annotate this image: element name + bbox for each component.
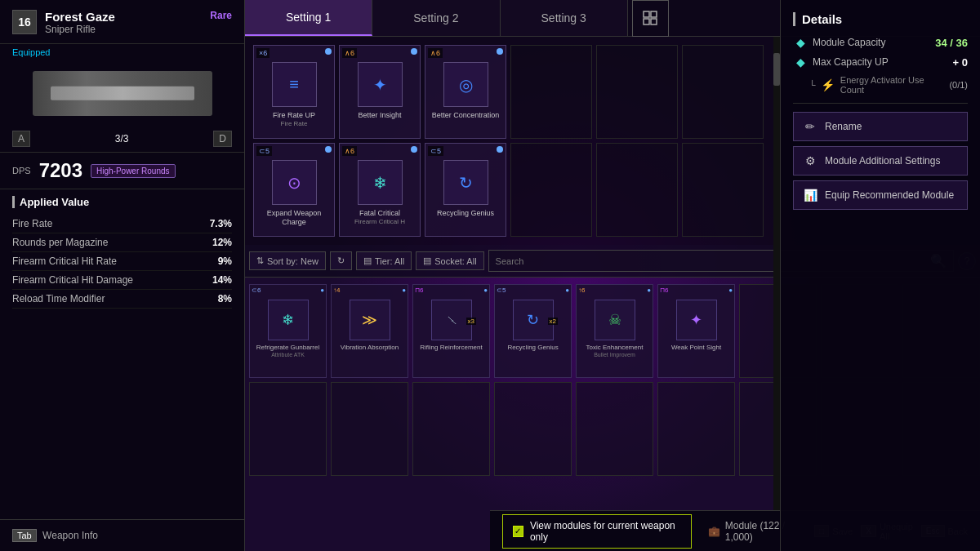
stat-value: 8%: [218, 293, 232, 304]
tab-grid-button[interactable]: [632, 0, 669, 37]
weapon-type: Sniper Rifle: [45, 24, 202, 35]
module-icon: ↻: [459, 173, 473, 193]
module-icon-area: ↻: [443, 160, 488, 205]
equipped-module-slot[interactable]: [682, 143, 764, 237]
weapon-info: Forest Gaze Sniper Rifle: [45, 10, 202, 35]
equipped-module-slot[interactable]: [682, 45, 764, 139]
lm-name: Recycling Genius: [507, 344, 558, 352]
module-icon: ❄: [373, 173, 387, 193]
tab-setting3[interactable]: Setting 3: [501, 0, 628, 36]
list-module-slot[interactable]: ↑6 ● ☠ Toxic Enhancement Bullet Improvem: [576, 284, 653, 378]
dps-bar: DPS 7203 High-Power Rounds: [0, 153, 244, 189]
max-capacity-icon: ◆: [793, 56, 808, 69]
lm-dot: ●: [483, 287, 488, 294]
lm-icon-symbol: ↻: [527, 311, 539, 329]
socket-label: Socket: All: [434, 256, 476, 266]
stat-value: 7.3%: [210, 218, 232, 229]
energy-row: └ ⚡ Energy Activator Use Count (0/1): [793, 75, 968, 95]
equipped-module-slot[interactable]: [510, 45, 592, 139]
right-panel: Details ◆ Module Capacity 34 / 36 ◆ Max …: [780, 0, 980, 551]
energy-icon: ⚡: [821, 78, 835, 91]
slot-count: 3/3: [37, 133, 207, 144]
stats-container: Fire Rate7.3%Rounds per Magazine12%Firea…: [12, 215, 232, 309]
svg-rect-3: [651, 19, 657, 24]
lm-dot: ●: [402, 287, 406, 294]
module-name: Fire Rate UP: [273, 111, 315, 120]
max-capacity-value: + 0: [953, 56, 968, 69]
list-module-slot[interactable]: ⊂6 ● ❄ Refrigerate Gunbarrel Attribute A…: [249, 284, 327, 378]
equip-recommended-label: Equip Recommended Module: [825, 189, 954, 201]
module-sub: Fire Rate: [281, 120, 308, 127]
equip-recommended-button[interactable]: 📊 Equip Recommended Module: [793, 180, 968, 210]
lm-tier: ↑4: [333, 287, 340, 294]
equipped-module-slot[interactable]: ∧6 ◎ Better Concentration: [425, 45, 506, 139]
equipped-module-slot[interactable]: ∧6 ✦ Better Insight: [339, 45, 421, 139]
lm-icon-symbol: ⟍: [444, 312, 459, 329]
list-module-slot[interactable]: [249, 382, 327, 476]
stat-name: Rounds per Magazine: [12, 237, 108, 248]
tab-setting1[interactable]: Setting 1: [245, 0, 372, 36]
equipped-module-slot[interactable]: [596, 45, 678, 139]
lm-icon: ☠: [595, 300, 635, 340]
module-equipped-dot: [411, 146, 417, 153]
stat-name: Reload Time Modifier: [12, 293, 105, 304]
list-module-slot[interactable]: [331, 382, 408, 476]
tab-setting2[interactable]: Setting 2: [372, 0, 500, 36]
tab-key: Tab: [12, 529, 37, 542]
equipped-module-slot[interactable]: ∧6 ❄ Fatal Critical Firearm Critical H: [339, 143, 421, 237]
socket-icon: ▤: [423, 256, 431, 266]
module-icon-area: ≡: [272, 62, 317, 107]
refresh-icon: ↻: [337, 256, 345, 266]
applied-value-section: Applied Value Fire Rate7.3%Rounds per Ma…: [0, 189, 244, 313]
svg-rect-2: [644, 19, 649, 24]
rename-button[interactable]: ✏ Rename: [793, 112, 968, 141]
module-capacity-value: 34 / 36: [935, 37, 968, 49]
sort-button[interactable]: ⇅ Sort by: New: [249, 251, 326, 270]
equipped-module-slot[interactable]: [596, 143, 678, 237]
module-icon-area: ◎: [443, 62, 488, 107]
tier-filter-button[interactable]: ▤ Tier: All: [356, 251, 412, 270]
list-module-slot[interactable]: [412, 382, 490, 476]
stat-row: Firearm Critical Hit Damage14%: [12, 271, 232, 290]
list-module-slot[interactable]: ⊓6 ● ⟍ x3 Rifling Reinforcement: [412, 284, 490, 378]
module-equipped-dot: [411, 48, 417, 55]
lm-icon-symbol: ☠: [608, 311, 621, 329]
sort-label: Sort by: New: [267, 256, 318, 266]
module-tier: ×6: [256, 48, 270, 58]
equipped-module-slot[interactable]: ⊂5 ⊙ Expand Weapon Charge: [253, 143, 335, 237]
lm-name: Toxic Enhancement: [586, 344, 644, 352]
additional-settings-label: Module Additional Settings: [825, 155, 940, 167]
svg-rect-1: [651, 11, 657, 17]
details-title: Details: [793, 12, 968, 26]
view-current-weapon-checkbox[interactable]: ✓ View modules for current weapon only: [502, 514, 692, 549]
list-module-slot[interactable]: [494, 382, 572, 476]
list-module-slot[interactable]: [657, 382, 735, 476]
equipped-module-slot[interactable]: ⊂5 ↻ Recycling Genius: [425, 143, 506, 237]
weapon-info-tab[interactable]: Tab Weapon Info: [0, 519, 245, 551]
list-module-slot[interactable]: ⊂5 ● ↻ x2 Recycling Genius: [494, 284, 572, 378]
equipped-module-slot[interactable]: [510, 143, 592, 237]
stat-value: 9%: [218, 256, 232, 267]
slot-label-a: A: [12, 131, 30, 147]
left-panel: 16 Forest Gaze Sniper Rifle Rare Equippe…: [0, 0, 245, 551]
scroll-thumb: [773, 53, 780, 86]
scroll-bar[interactable]: [773, 37, 780, 510]
module-icon: ◎: [459, 75, 473, 95]
weapon-image-area: [0, 60, 244, 126]
lm-tier: ⊂6: [252, 287, 261, 294]
stat-name: Firearm Critical Hit Rate: [12, 256, 117, 267]
module-name: Better Concentration: [432, 111, 500, 120]
list-module-slot[interactable]: [576, 382, 653, 476]
lm-icon: ✦: [676, 300, 717, 340]
module-equipped-dot: [325, 48, 332, 55]
equipped-module-slot[interactable]: ×6 ≡ Fire Rate UP Fire Rate: [253, 45, 335, 139]
energy-value: (0/1): [949, 80, 968, 90]
module-capacity-row: ◆ Module Capacity 34 / 36: [793, 36, 968, 49]
additional-settings-button[interactable]: ⚙ Module Additional Settings: [793, 146, 968, 176]
refresh-button[interactable]: ↻: [330, 251, 352, 270]
list-module-slot[interactable]: ↑4 ● ≫ Vibration Absorption: [331, 284, 408, 378]
socket-filter-button[interactable]: ▤ Socket: All: [416, 251, 483, 270]
lm-name: Rifling Reinforcement: [420, 344, 482, 352]
ammo-type: High-Power Rounds: [91, 164, 176, 178]
list-module-slot[interactable]: ⊓6 ● ✦ Weak Point Sight: [657, 284, 735, 378]
